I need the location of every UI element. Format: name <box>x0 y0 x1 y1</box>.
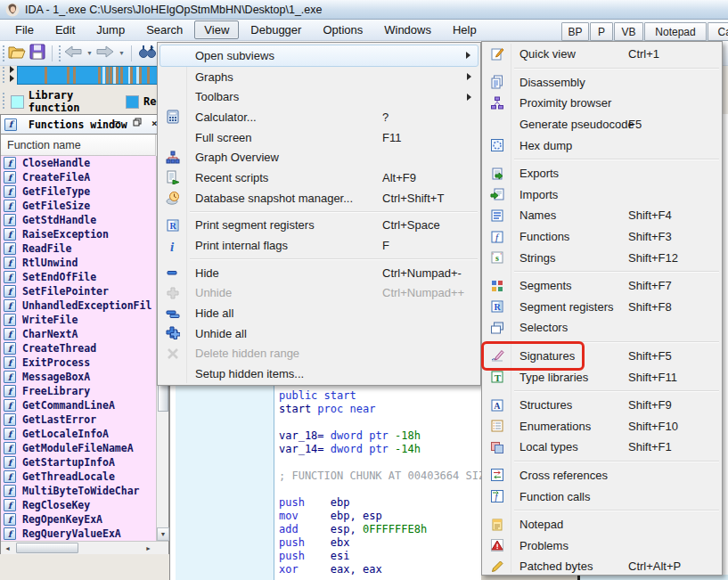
subviews-menu-item-local-types[interactable]: Local typesShift+F1 <box>484 437 720 458</box>
code-line[interactable]: public start <box>279 389 485 403</box>
code-line[interactable]: start proc near <box>279 403 485 416</box>
save-icon[interactable] <box>29 44 45 63</box>
function-row-getthreadlocale[interactable]: fGetThreadLocale <box>1 470 156 484</box>
subviews-menu-item-generate-pseudocode[interactable]: Generate pseudocodeF5 <box>484 114 720 135</box>
function-row-createfilea[interactable]: fCreateFileA <box>1 170 156 184</box>
view-menu-item-recent-scripts[interactable]: Recent scriptsAlt+F9 <box>160 167 479 188</box>
code-line[interactable]: xor eax, eax <box>279 563 485 576</box>
functions-list[interactable]: fCloseHandlefCreateFileAfGetFileTypefGet… <box>1 156 156 541</box>
code-line[interactable] <box>279 456 485 470</box>
subviews-menu-item-strings[interactable]: 's'StringsShift+F12 <box>484 247 720 268</box>
functions-window-titlebar[interactable]: f Functions window □ × <box>0 114 169 135</box>
function-row-getstartupinfoa[interactable]: fGetStartupInfoA <box>1 455 156 470</box>
code-line[interactable]: add esp, 0FFFFFFE8h <box>279 523 485 536</box>
function-row-regclosekey[interactable]: fRegCloseKey <box>1 498 156 512</box>
view-menu-item-full-screen[interactable]: Full screenF11 <box>160 127 479 148</box>
subviews-menu-item-proximity-browser[interactable]: Proximity browser <box>484 93 720 114</box>
button-calc[interactable]: Calc <box>708 22 728 41</box>
forward-dropdown-icon[interactable]: ▼ <box>119 50 125 56</box>
code-line[interactable]: var_14= dword ptr -14h <box>279 443 485 456</box>
subviews-menu-item-signatures[interactable]: SignaturesShift+F5 <box>484 346 720 367</box>
function-row-freelibrary[interactable]: fFreeLibrary <box>1 384 156 398</box>
navband-drag-handle[interactable] <box>3 67 4 83</box>
subviews-menu-item-exports[interactable]: Exports <box>484 163 720 184</box>
function-row-createthread[interactable]: fCreateThread <box>1 341 156 355</box>
subviews-menu-item-enumerations[interactable]: EnumerationsShift+F10 <box>484 416 720 437</box>
button-p[interactable]: P <box>590 22 613 41</box>
function-row-raiseexception[interactable]: fRaiseException <box>1 227 156 241</box>
subviews-menu-item-cross-references[interactable]: Cross references <box>484 465 720 486</box>
view-menu-item-toolbars[interactable]: Toolbars <box>160 86 479 107</box>
navigate-back-icon[interactable] <box>64 45 82 61</box>
navband-arrow-icon[interactable] <box>10 75 14 82</box>
vertical-scroll-thumb[interactable] <box>158 383 168 412</box>
subviews-menu-item-type-libraries[interactable]: TType librariesShift+F11 <box>484 366 720 388</box>
view-menu-item-graphs[interactable]: Graphs <box>160 67 479 87</box>
function-row-multibytetowidechar[interactable]: fMultiByteToWideChar <box>1 484 156 498</box>
function-row-getlasterror[interactable]: fGetLastError <box>1 413 156 427</box>
menu-file[interactable]: File <box>5 20 44 39</box>
view-menu-item-open-subviews[interactable]: Open subviews <box>160 45 479 67</box>
subviews-menu-item-segments[interactable]: SegmentsShift+F7 <box>484 275 720 297</box>
view-menu-item-unhide-all[interactable]: Unhide all <box>160 323 479 344</box>
menu-windows[interactable]: Windows <box>374 20 441 39</box>
maximize-icon[interactable]: □ <box>114 118 120 129</box>
subviews-menu-item-selectors[interactable]: Selectors <box>484 317 720 339</box>
button-notepad[interactable]: Notepad <box>644 22 707 41</box>
function-row-regqueryvalueexa[interactable]: fRegQueryValueExA <box>1 527 156 541</box>
scroll-right-icon[interactable]: ► <box>142 543 155 554</box>
view-menu-item-database-snapshot-manager[interactable]: Database snapshot manager...Ctrl+Shift+T <box>160 188 479 208</box>
button-vb[interactable]: VB <box>614 22 643 41</box>
search-binoculars-icon[interactable]: # <box>138 44 157 62</box>
navigation-band[interactable] <box>17 66 160 85</box>
function-row-getfilesize[interactable]: fGetFileSize <box>1 199 156 213</box>
code-line[interactable]: push esi <box>279 550 485 563</box>
navband-arrow-icon[interactable] <box>10 66 14 73</box>
menu-jump[interactable]: Jump <box>86 20 135 39</box>
function-row-messageboxa[interactable]: fMessageBoxA <box>1 370 156 384</box>
subviews-menu-item-disassembly[interactable]: Disassembly <box>484 72 720 94</box>
view-menu-item-print-segment-registers[interactable]: RPrint segment registersCtrl+Space <box>160 216 479 236</box>
back-dropdown-icon[interactable]: ▼ <box>86 50 93 56</box>
subviews-menu-item-patched-bytes[interactable]: Patched bytesCtrl+Alt+P <box>484 556 720 577</box>
function-row-getmodulefilenamea[interactable]: fGetModuleFileNameA <box>1 441 156 455</box>
menu-help[interactable]: Help <box>443 20 487 39</box>
navigate-forward-icon[interactable] <box>96 45 114 61</box>
subviews-menu-item-quick-view[interactable]: Quick viewCtrl+1 <box>484 44 720 65</box>
code-line[interactable]: push ebx <box>279 536 485 550</box>
function-row-setfilepointer[interactable]: fSetFilePointer <box>1 284 156 298</box>
subviews-menu-item-functions[interactable]: fFunctionsShift+F3 <box>484 226 720 248</box>
horizontal-scroll-thumb[interactable] <box>16 543 78 553</box>
subviews-menu-item-names[interactable]: NamesShift+F4 <box>484 205 720 226</box>
restore-icon[interactable] <box>133 118 142 129</box>
code-line[interactable]: ; FUNCTION CHUNK AT 00403664 SIZ <box>279 470 485 483</box>
code-line[interactable]: var_18= dword ptr -18h <box>279 429 485 443</box>
function-row-charnexta[interactable]: fCharNextA <box>1 327 156 341</box>
scroll-left-icon[interactable]: ◄ <box>1 543 14 554</box>
menu-edit[interactable]: Edit <box>45 20 85 39</box>
function-row-getcommandlinea[interactable]: fGetCommandLineA <box>1 398 156 413</box>
toolbar-drag-handle[interactable] <box>59 45 61 61</box>
function-row-readfile[interactable]: fReadFile <box>1 241 156 256</box>
disassembly-code[interactable]: public startstart proc nearvar_18= dword… <box>279 389 485 576</box>
function-row-regopenkeyexa[interactable]: fRegOpenKeyExA <box>1 512 156 527</box>
functions-horizontal-scrollbar[interactable]: ◄ ► <box>1 541 168 554</box>
menu-debugger[interactable]: Debugger <box>241 20 311 39</box>
subviews-menu-item-imports[interactable]: Imports <box>484 184 720 206</box>
view-menu-item-calculator[interactable]: Calculator...? <box>160 107 479 127</box>
function-row-rtlunwind[interactable]: fRtlUnwind <box>1 256 156 270</box>
function-row-writefile[interactable]: fWriteFile <box>1 313 156 327</box>
button-bp[interactable]: BP <box>561 22 589 41</box>
view-menu-item-hide[interactable]: HideCtrl+Numpad+- <box>160 263 479 283</box>
menu-search[interactable]: Search <box>136 20 192 39</box>
function-row-setendoffile[interactable]: fSetEndOfFile <box>1 270 156 284</box>
scroll-down-icon[interactable]: ▼ <box>157 527 169 541</box>
subviews-menu-item-notepad[interactable]: Notepad <box>484 514 720 535</box>
subviews-menu-item-function-calls[interactable]: fFunction calls <box>484 486 720 507</box>
code-line[interactable]: mov ebp, esp <box>279 510 485 523</box>
menu-options[interactable]: Options <box>313 20 372 39</box>
function-row-getfiletype[interactable]: fGetFileType <box>1 184 156 199</box>
function-row-closehandle[interactable]: fCloseHandle <box>1 156 156 170</box>
menu-view[interactable]: View <box>194 20 239 39</box>
function-name-column-header[interactable]: Function name <box>1 135 156 156</box>
